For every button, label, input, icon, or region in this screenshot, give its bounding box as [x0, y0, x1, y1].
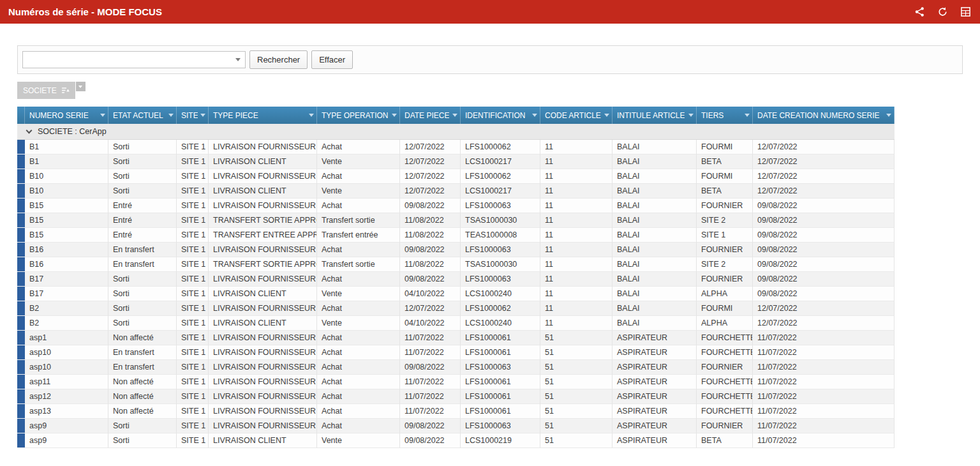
table-cell: Achat	[317, 375, 400, 389]
column-header-code-article[interactable]: CODE ARTICLE	[540, 107, 612, 124]
table-cell: 51	[540, 433, 612, 448]
column-header-type-operation[interactable]: TYPE OPERATION	[317, 107, 400, 124]
collapse-chevron-icon[interactable]	[26, 127, 33, 133]
table-cell: 12/07/2022	[400, 140, 461, 154]
refresh-icon[interactable]	[937, 6, 949, 18]
table-cell: LIVRAISON FOURNISSEUR	[209, 272, 317, 287]
column-header-date-piece[interactable]: DATE PIECE	[400, 107, 461, 124]
table-cell: ASPIRATEUR	[612, 331, 697, 345]
row-marker[interactable]	[17, 375, 25, 389]
table-cell: 04/10/2022	[400, 287, 461, 301]
table-row[interactable]: asp13Non affectéSITE 1LIVRAISON FOURNISS…	[17, 404, 895, 419]
column-header-type-piece[interactable]: TYPE PIECE	[209, 107, 317, 124]
clear-button[interactable]: Effacer	[311, 50, 353, 69]
group-row[interactable]: SOCIETE : CerApp	[17, 124, 895, 140]
row-marker[interactable]	[17, 404, 25, 419]
table-row[interactable]: B15EntréSITE 1TRANSFERT SORTIE APPROTran…	[17, 213, 895, 228]
row-marker[interactable]	[17, 184, 25, 199]
export-grid-icon[interactable]	[960, 6, 972, 18]
row-marker[interactable]	[17, 243, 25, 257]
column-header-date-creation-numero-serie[interactable]: DATE CREATION NUMERO SERIE	[753, 107, 895, 124]
row-marker[interactable]	[17, 169, 25, 184]
table-cell: 12/07/2022	[400, 154, 461, 169]
table-cell: Entré	[108, 199, 177, 213]
filter-icon[interactable]	[604, 114, 609, 117]
row-marker[interactable]	[17, 316, 25, 331]
table-row[interactable]: asp1Non affectéSITE 1LIVRAISON FOURNISSE…	[17, 331, 895, 345]
table-row[interactable]: B16En transfertSITE 1LIVRAISON FOURNISSE…	[17, 243, 895, 257]
row-marker[interactable]	[17, 419, 25, 433]
filter-icon[interactable]	[392, 114, 397, 117]
grid-header-row: NUMERO SERIEETAT ACTUELSITETYPE PIECETYP…	[17, 107, 895, 124]
row-marker[interactable]	[17, 228, 25, 243]
table-row[interactable]: B1SortiSITE 1LIVRAISON FOURNISSEURAchat1…	[17, 140, 895, 154]
group-row-label: SOCIETE : CerApp	[38, 127, 107, 136]
combo-dropdown-button[interactable]	[231, 52, 245, 68]
filter-icon[interactable]	[532, 114, 537, 117]
table-row[interactable]: B17SortiSITE 1LIVRAISON CLIENTVente04/10…	[17, 287, 895, 301]
row-marker[interactable]	[17, 213, 25, 228]
search-button[interactable]: Rechercher	[249, 50, 308, 69]
table-cell: SITE 1	[177, 389, 209, 404]
row-marker[interactable]	[17, 272, 25, 287]
row-marker[interactable]	[17, 301, 25, 316]
table-row[interactable]: B2SortiSITE 1LIVRAISON FOURNISSEURAchat1…	[17, 301, 895, 316]
filter-icon[interactable]	[309, 114, 314, 117]
table-cell: 11/07/2022	[400, 331, 461, 345]
table-cell: 12/07/2022	[753, 169, 895, 184]
column-header-site[interactable]: SITE	[177, 107, 209, 124]
table-cell: Sorti	[108, 301, 177, 316]
table-cell: En transfert	[108, 243, 177, 257]
column-header-identification[interactable]: IDENTIFICATION	[461, 107, 540, 124]
column-header-intitule-article[interactable]: INTITULE ARTICLE	[612, 107, 697, 124]
row-marker[interactable]	[17, 140, 25, 154]
table-cell: 09/08/2022	[400, 199, 461, 213]
table-row[interactable]: B16En transfertSITE 1TRANSFERT SORTIE AP…	[17, 257, 895, 272]
table-row[interactable]: B1SortiSITE 1LIVRAISON CLIENTVente12/07/…	[17, 154, 895, 169]
table-row[interactable]: asp12Non affectéSITE 1LIVRAISON FOURNISS…	[17, 389, 895, 404]
table-row[interactable]: B15EntréSITE 1TRANSFERT ENTREE APPROTran…	[17, 228, 895, 243]
filter-icon[interactable]	[452, 114, 457, 117]
table-cell: LFS1000063	[461, 360, 540, 375]
table-row[interactable]: asp9SortiSITE 1LIVRAISON FOURNISSEURAcha…	[17, 419, 895, 433]
table-cell: BALAI	[612, 272, 697, 287]
row-marker[interactable]	[17, 345, 25, 360]
column-header-tiers[interactable]: TIERS	[697, 107, 753, 124]
table-row[interactable]: B17SortiSITE 1LIVRAISON FOURNISSEURAchat…	[17, 272, 895, 287]
table-cell: 11/07/2022	[753, 419, 895, 433]
filter-icon[interactable]	[745, 114, 750, 117]
filter-icon[interactable]	[168, 114, 174, 117]
row-marker[interactable]	[17, 331, 25, 345]
table-row[interactable]: asp9SortiSITE 1LIVRAISON CLIENTVente09/0…	[17, 433, 895, 448]
group-chip-societe[interactable]: SOCIETE	[17, 82, 75, 99]
table-row[interactable]: B10SortiSITE 1LIVRAISON FOURNISSEURAchat…	[17, 169, 895, 184]
filter-icon[interactable]	[200, 114, 205, 117]
row-marker[interactable]	[17, 433, 25, 448]
row-marker[interactable]	[17, 257, 25, 272]
table-row[interactable]: asp11Non affectéSITE 1LIVRAISON FOURNISS…	[17, 375, 895, 389]
search-combo-input[interactable]	[23, 52, 231, 68]
grid-body: B1SortiSITE 1LIVRAISON FOURNISSEURAchat1…	[17, 140, 895, 448]
row-marker[interactable]	[17, 360, 25, 375]
column-header-numero-serie[interactable]: NUMERO SERIE	[25, 107, 108, 124]
filter-icon[interactable]	[100, 114, 105, 117]
table-cell: B15	[25, 228, 108, 243]
row-marker[interactable]	[17, 389, 25, 404]
table-cell: FOURCHETTE	[697, 375, 753, 389]
search-combobox[interactable]	[22, 51, 246, 68]
table-row[interactable]: asp10En transfertSITE 1LIVRAISON FOURNIS…	[17, 360, 895, 375]
row-marker[interactable]	[17, 154, 25, 169]
filter-icon[interactable]	[688, 114, 694, 117]
row-marker[interactable]	[17, 199, 25, 213]
table-cell: B10	[25, 184, 108, 199]
table-row[interactable]: asp10En transfertSITE 1LIVRAISON FOURNIS…	[17, 345, 895, 360]
share-icon[interactable]	[914, 6, 926, 18]
table-row[interactable]: B15EntréSITE 1LIVRAISON FOURNISSEURAchat…	[17, 199, 895, 213]
column-header-etat-actuel[interactable]: ETAT ACTUEL	[108, 107, 177, 124]
row-marker[interactable]	[17, 287, 25, 301]
table-row[interactable]: B10SortiSITE 1LIVRAISON CLIENTVente12/07…	[17, 184, 895, 199]
group-chip-filter-button[interactable]	[76, 82, 85, 91]
table-row[interactable]: B2SortiSITE 1LIVRAISON CLIENTVente04/10/…	[17, 316, 895, 331]
filter-icon[interactable]	[886, 114, 891, 117]
table-cell: SITE 2	[697, 213, 753, 228]
